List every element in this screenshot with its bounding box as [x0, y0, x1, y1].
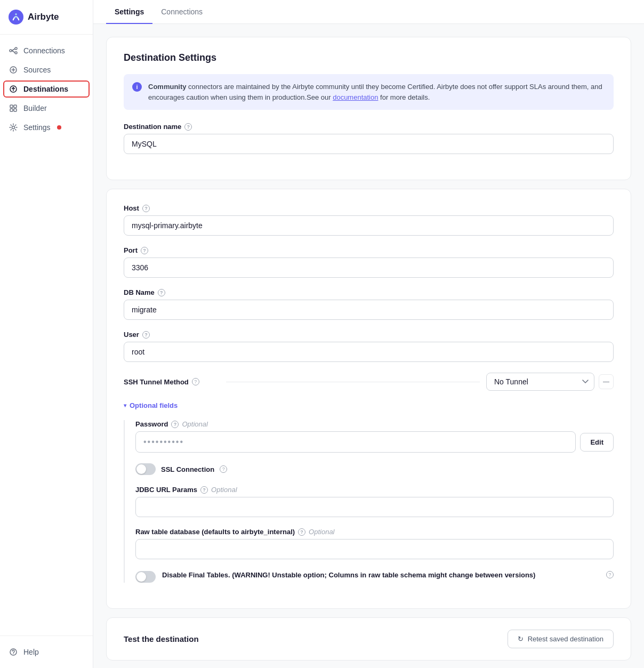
svg-line-6 — [12, 51, 15, 53]
user-label: User ? — [124, 331, 614, 339]
tabs-header: Settings Connections — [93, 0, 644, 24]
host-help-icon[interactable]: ? — [142, 205, 150, 212]
disable-final-tables-toggle[interactable] — [135, 571, 156, 583]
raw-table-database-group: Raw table database (defaults to airbyte_… — [135, 528, 614, 559]
sidebar-item-builder-label: Builder — [23, 104, 47, 112]
ssh-label-group: SSH Tunnel Method ? — [124, 378, 220, 386]
port-label: Port ? — [124, 246, 614, 254]
settings-icon — [9, 123, 18, 132]
jdbc-url-params-label: JDBC URL Params ? Optional — [135, 486, 614, 494]
disable-final-tables-toggle-knob — [136, 572, 146, 582]
destination-settings-card: Destination Settings i Community connect… — [106, 37, 631, 180]
user-help-icon[interactable]: ? — [142, 331, 150, 339]
jdbc-url-params-input[interactable] — [135, 497, 614, 517]
optional-fields-toggle[interactable]: ▾ Optional fields — [124, 401, 614, 409]
password-input-wrapper — [135, 431, 576, 453]
svg-point-1 — [15, 13, 17, 15]
jdbc-url-params-group: JDBC URL Params ? Optional — [135, 486, 614, 517]
svg-rect-11 — [10, 109, 13, 111]
user-input[interactable] — [124, 342, 614, 362]
sidebar-item-help[interactable]: Help — [0, 642, 93, 662]
ssh-tunnel-select[interactable]: No Tunnel SSH Key Authentication Passwor… — [486, 373, 594, 391]
destination-name-help-icon[interactable]: ? — [184, 123, 192, 131]
svg-point-4 — [15, 52, 17, 54]
ssh-select-wrapper: No Tunnel SSH Key Authentication Passwor… — [486, 373, 614, 391]
logo-text: Airbyte — [28, 12, 59, 22]
ssh-tunnel-row: SSH Tunnel Method ? No Tunnel SSH Key Au… — [124, 373, 614, 391]
optional-fields-label: Optional fields — [130, 401, 178, 409]
db-name-group: DB Name ? — [124, 288, 614, 320]
builder-icon — [9, 103, 18, 113]
svg-rect-12 — [14, 109, 17, 111]
svg-point-15 — [13, 653, 14, 654]
content-area: Destination Settings i Community connect… — [93, 24, 644, 668]
sidebar: Airbyte Connections Sources Destinations — [0, 0, 93, 668]
info-banner: i Community connectors are maintained by… — [124, 74, 614, 110]
db-name-input[interactable] — [124, 300, 614, 320]
sidebar-item-help-label: Help — [23, 648, 39, 656]
jdbc-url-params-optional-label: Optional — [211, 486, 237, 494]
destination-name-label: Destination name ? — [124, 123, 614, 131]
tab-settings[interactable]: Settings — [106, 0, 152, 24]
destination-name-group: Destination name ? — [124, 123, 614, 154]
svg-line-5 — [12, 49, 15, 51]
test-destination-title: Test the destination — [124, 634, 199, 643]
port-group: Port ? — [124, 246, 614, 278]
sidebar-item-connections[interactable]: Connections — [0, 41, 93, 60]
chevron-down-icon: ▾ — [124, 403, 126, 408]
sidebar-item-destinations[interactable]: Destinations — [0, 79, 93, 99]
retest-saved-destination-button[interactable]: ↻ Retest saved destination — [508, 630, 614, 648]
destinations-icon — [9, 84, 18, 94]
sidebar-item-settings[interactable]: Settings — [0, 118, 93, 137]
ssl-connection-toggle[interactable] — [135, 463, 156, 475]
svg-point-3 — [15, 47, 17, 50]
svg-rect-10 — [14, 105, 17, 108]
svg-rect-9 — [10, 105, 13, 108]
ssl-connection-row: SSL Connection ? — [135, 463, 614, 475]
main-content: Settings Connections Destination Setting… — [93, 0, 644, 668]
destination-settings-title: Destination Settings — [124, 52, 614, 63]
destination-name-input[interactable] — [124, 134, 614, 154]
sidebar-item-sources[interactable]: Sources — [0, 60, 93, 79]
raw-table-database-help-icon[interactable]: ? — [298, 528, 305, 536]
svg-point-13 — [12, 126, 15, 129]
sidebar-navigation: Connections Sources Destinations Builder — [0, 35, 93, 635]
retest-button-label: Retest saved destination — [528, 635, 603, 643]
password-edit-button[interactable]: Edit — [580, 433, 614, 452]
sidebar-item-builder[interactable]: Builder — [0, 99, 93, 118]
db-name-help-icon[interactable]: ? — [158, 289, 165, 296]
user-group: User ? — [124, 331, 614, 362]
raw-table-database-optional-label: Optional — [309, 528, 334, 536]
sidebar-item-sources-label: Sources — [23, 66, 51, 74]
password-help-icon[interactable]: ? — [171, 421, 179, 428]
db-name-label: DB Name ? — [124, 288, 614, 296]
raw-table-database-input[interactable] — [135, 539, 614, 559]
help-icon — [9, 647, 18, 657]
info-icon: i — [132, 82, 142, 92]
sidebar-item-connections-label: Connections — [23, 46, 65, 55]
host-label: Host ? — [124, 204, 614, 212]
password-optional-label: Optional — [182, 420, 207, 428]
info-text: Community connectors are maintained by t… — [148, 82, 605, 102]
disable-final-tables-label: Disable Final Tables. (WARNING! Unstable… — [162, 570, 600, 581]
disable-final-tables-help-icon[interactable]: ? — [606, 571, 614, 578]
sidebar-item-destinations-label: Destinations — [23, 85, 68, 93]
password-group: Password ? Optional Edit — [135, 420, 614, 453]
raw-table-database-label: Raw table database (defaults to airbyte_… — [135, 528, 614, 536]
ssl-connection-help-icon[interactable]: ? — [220, 465, 227, 473]
ssh-collapse-button[interactable]: — — [599, 374, 614, 389]
port-help-icon[interactable]: ? — [141, 247, 148, 254]
host-input[interactable] — [124, 215, 614, 236]
port-input[interactable] — [124, 257, 614, 278]
info-bold-text: Community — [148, 83, 187, 91]
host-group: Host ? — [124, 204, 614, 236]
disable-final-tables-row: Disable Final Tables. (WARNING! Unstable… — [135, 570, 614, 583]
ssl-connection-label: SSL Connection — [161, 465, 214, 473]
jdbc-url-params-help-icon[interactable]: ? — [200, 486, 208, 494]
airbyte-logo-icon — [9, 10, 23, 25]
ssh-tunnel-help-icon[interactable]: ? — [192, 378, 199, 385]
tab-connections[interactable]: Connections — [152, 0, 211, 24]
info-link[interactable]: documentation — [333, 93, 378, 101]
info-text-end: for more details. — [378, 93, 430, 101]
password-input[interactable] — [135, 431, 576, 453]
